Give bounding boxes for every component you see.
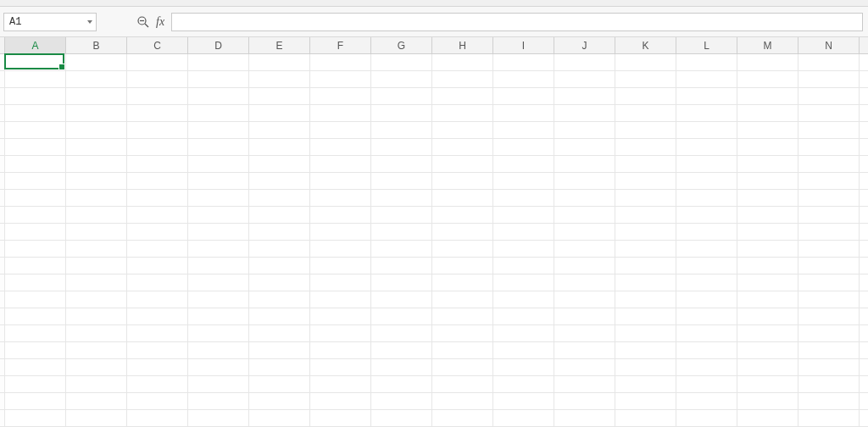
- cell[interactable]: [493, 54, 554, 71]
- cell[interactable]: [860, 139, 868, 156]
- cell[interactable]: [432, 105, 493, 122]
- cell[interactable]: [188, 410, 249, 427]
- cell[interactable]: [5, 122, 66, 139]
- zoom-out-icon[interactable]: [134, 13, 153, 31]
- cell[interactable]: [371, 71, 432, 88]
- cell[interactable]: [432, 291, 493, 308]
- cell[interactable]: [615, 139, 676, 156]
- cell[interactable]: [5, 359, 66, 376]
- cell[interactable]: [188, 325, 249, 342]
- cell[interactable]: [66, 224, 127, 241]
- cell[interactable]: [554, 342, 615, 359]
- cell[interactable]: [371, 241, 432, 258]
- cell[interactable]: [66, 190, 127, 207]
- cell[interactable]: [615, 190, 676, 207]
- cell[interactable]: [615, 54, 676, 71]
- cell[interactable]: [127, 190, 188, 207]
- cell[interactable]: [737, 54, 798, 71]
- cell[interactable]: [737, 376, 798, 393]
- column-header-a[interactable]: A: [5, 37, 66, 53]
- cell[interactable]: [371, 376, 432, 393]
- cell[interactable]: [493, 156, 554, 173]
- cell[interactable]: [554, 224, 615, 241]
- column-header-g[interactable]: G: [371, 37, 432, 53]
- cell[interactable]: [371, 224, 432, 241]
- cell[interactable]: [798, 241, 860, 258]
- cell[interactable]: [5, 105, 66, 122]
- cell[interactable]: [371, 54, 432, 71]
- cell[interactable]: [860, 122, 868, 139]
- cell[interactable]: [249, 190, 310, 207]
- cell[interactable]: [310, 224, 371, 241]
- cell[interactable]: [188, 207, 249, 224]
- cell[interactable]: [493, 359, 554, 376]
- cell[interactable]: [127, 308, 188, 325]
- cell[interactable]: [371, 207, 432, 224]
- cell[interactable]: [249, 291, 310, 308]
- cell[interactable]: [860, 207, 868, 224]
- cell[interactable]: [860, 173, 868, 190]
- cell[interactable]: [188, 291, 249, 308]
- cell[interactable]: [127, 376, 188, 393]
- cell[interactable]: [188, 139, 249, 156]
- cell[interactable]: [554, 105, 615, 122]
- cell[interactable]: [66, 376, 127, 393]
- cell[interactable]: [66, 258, 127, 274]
- column-header-o[interactable]: O: [860, 37, 868, 53]
- cell[interactable]: [798, 88, 860, 105]
- cell[interactable]: [737, 291, 798, 308]
- cell[interactable]: [432, 190, 493, 207]
- cell[interactable]: [5, 224, 66, 241]
- cell[interactable]: [615, 122, 676, 139]
- cell[interactable]: [798, 325, 860, 342]
- cell[interactable]: [615, 376, 676, 393]
- cell[interactable]: [432, 325, 493, 342]
- cell[interactable]: [249, 393, 310, 410]
- cell[interactable]: [676, 410, 737, 427]
- cell[interactable]: [860, 376, 868, 393]
- cell[interactable]: [310, 274, 371, 291]
- cell[interactable]: [676, 139, 737, 156]
- cell[interactable]: [676, 88, 737, 105]
- cell[interactable]: [737, 105, 798, 122]
- cell[interactable]: [493, 274, 554, 291]
- cell[interactable]: [798, 173, 860, 190]
- cell[interactable]: [737, 71, 798, 88]
- cell[interactable]: [66, 156, 127, 173]
- cell[interactable]: [66, 105, 127, 122]
- cell[interactable]: [554, 71, 615, 88]
- cell[interactable]: [432, 122, 493, 139]
- cell[interactable]: [188, 173, 249, 190]
- cell[interactable]: [66, 122, 127, 139]
- cell[interactable]: [188, 274, 249, 291]
- cell[interactable]: [5, 173, 66, 190]
- cell[interactable]: [554, 139, 615, 156]
- cell[interactable]: [188, 224, 249, 241]
- cell[interactable]: [493, 207, 554, 224]
- cell[interactable]: [615, 88, 676, 105]
- cell[interactable]: [676, 258, 737, 274]
- cell[interactable]: [127, 359, 188, 376]
- cell[interactable]: [127, 291, 188, 308]
- cell[interactable]: [798, 224, 860, 241]
- cell[interactable]: [493, 88, 554, 105]
- cell[interactable]: [310, 376, 371, 393]
- cell[interactable]: [798, 156, 860, 173]
- cell[interactable]: [310, 105, 371, 122]
- cell[interactable]: [676, 190, 737, 207]
- cell[interactable]: [676, 274, 737, 291]
- cell[interactable]: [5, 88, 66, 105]
- cell[interactable]: [615, 291, 676, 308]
- cell[interactable]: [249, 258, 310, 274]
- cell[interactable]: [676, 241, 737, 258]
- cell[interactable]: [188, 122, 249, 139]
- cell[interactable]: [249, 308, 310, 325]
- cell[interactable]: [188, 258, 249, 274]
- cell[interactable]: [66, 88, 127, 105]
- cell[interactable]: [66, 54, 127, 71]
- cell[interactable]: [737, 139, 798, 156]
- cell[interactable]: [310, 88, 371, 105]
- cell[interactable]: [676, 359, 737, 376]
- cell[interactable]: [5, 258, 66, 274]
- cell[interactable]: [310, 291, 371, 308]
